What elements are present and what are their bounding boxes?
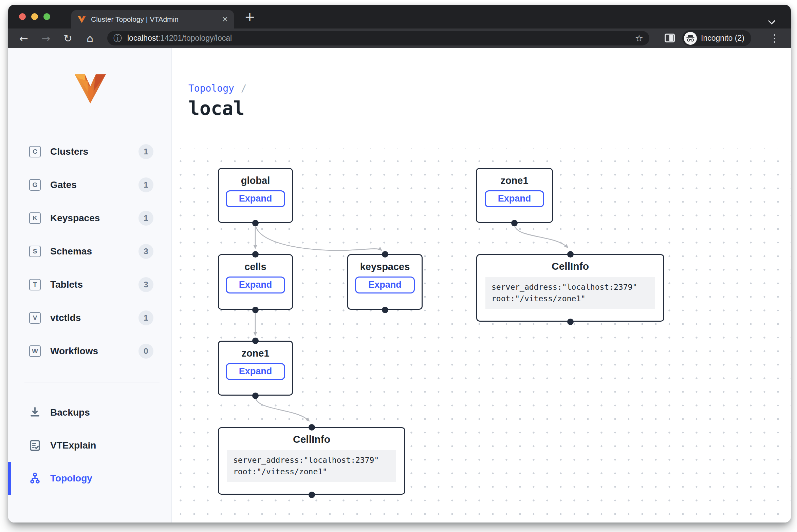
- minimize-window-button[interactable]: [31, 13, 38, 20]
- browser-window: Cluster Topology | VTAdmin × + ← → ↻ ⌂ ⓘ…: [8, 5, 791, 522]
- url-text: localhost:14201/topology/local: [127, 34, 232, 43]
- node-title: keyspaces: [348, 261, 422, 272]
- sidebar-item-tablets[interactable]: T Tablets 3: [8, 268, 171, 301]
- topology-node-global[interactable]: global Expand: [218, 168, 293, 223]
- page-info-icon[interactable]: ⓘ: [113, 33, 122, 44]
- incognito-avatar: [684, 32, 697, 45]
- sidebar-item-workflows[interactable]: W Workflows 0: [8, 335, 171, 368]
- keyspaces-letter-icon: K: [29, 212, 41, 224]
- url-bar[interactable]: ⓘ localhost:14201/topology/local ☆: [107, 31, 649, 45]
- port-dot: [567, 251, 574, 258]
- node-title: zone1: [477, 175, 552, 186]
- browser-menu-icon[interactable]: ⋮: [768, 28, 781, 48]
- breadcrumb-separator: /: [241, 83, 247, 94]
- bookmark-star-icon[interactable]: ☆: [635, 33, 643, 43]
- zoom-window-button[interactable]: [43, 13, 50, 20]
- port-dot: [252, 393, 259, 399]
- sidebar-item-clusters[interactable]: C Clusters 1: [8, 135, 171, 168]
- topology-node-cells[interactable]: cells Expand: [218, 254, 293, 310]
- back-button[interactable]: ←: [16, 28, 31, 48]
- sidebar-item-label: Tablets: [50, 279, 83, 290]
- workflows-letter-icon: W: [29, 345, 41, 357]
- topology-icon: [29, 472, 41, 485]
- sidebar-item-label: Keyspaces: [50, 213, 100, 224]
- count-badge: 1: [138, 310, 153, 325]
- chevron-down-icon[interactable]: [768, 18, 775, 24]
- incognito-badge[interactable]: Incognito (2): [682, 30, 751, 46]
- port-dot: [382, 307, 388, 313]
- topology-node-keyspaces[interactable]: keyspaces Expand: [347, 254, 423, 310]
- vtctlds-letter-icon: V: [29, 312, 41, 324]
- tablets-letter-icon: T: [29, 279, 41, 290]
- sidebar-item-vtctlds[interactable]: V vtctlds 1: [8, 301, 171, 335]
- count-badge: 1: [138, 211, 153, 226]
- topology-node-zone1-top[interactable]: zone1 Expand: [476, 168, 553, 223]
- code-line: root:"/vitess/zone1": [233, 466, 390, 477]
- sidebar-item-backups[interactable]: Backups: [8, 396, 171, 429]
- sidebar-item-label: VTExplain: [50, 440, 96, 451]
- main-panel: Topology/ local: [171, 48, 791, 522]
- expand-button[interactable]: Expand: [226, 190, 285, 207]
- port-dot: [511, 220, 518, 226]
- topology-node-cellinfo-bottom[interactable]: CellInfo server_address:"localhost:2379"…: [218, 427, 405, 495]
- sidebar-item-label: vtctlds: [50, 312, 81, 323]
- code-line: server_address:"localhost:2379": [233, 454, 390, 466]
- vitess-favicon: [77, 15, 86, 23]
- active-item-indicator: [8, 462, 11, 495]
- sidebar-item-label: Clusters: [50, 146, 88, 157]
- sidebar-item-gates[interactable]: G Gates 1: [8, 168, 171, 202]
- node-title: global: [219, 175, 292, 186]
- tab-title: Cluster Topology | VTAdmin: [91, 15, 219, 23]
- count-badge: 1: [138, 144, 153, 159]
- count-badge: 3: [138, 277, 153, 292]
- sidebar-item-topology[interactable]: Topology: [8, 462, 171, 495]
- port-dot: [309, 424, 315, 431]
- sidebar-item-label: Workflows: [50, 346, 98, 357]
- sidebar-item-label: Topology: [50, 473, 92, 484]
- schemas-letter-icon: S: [29, 246, 41, 257]
- cellinfo-code: server_address:"localhost:2379"root:"/vi…: [485, 277, 655, 309]
- document-check-icon: [29, 439, 41, 452]
- page-content: C Clusters 1 G Gates 1 K Keyspaces 1 S S…: [8, 48, 791, 522]
- sidebar-divider: [24, 382, 160, 382]
- port-dot: [252, 251, 259, 258]
- sidebar: C Clusters 1 G Gates 1 K Keyspaces 1 S S…: [8, 48, 172, 522]
- cellinfo-code: server_address:"localhost:2379"root:"/vi…: [227, 450, 396, 482]
- sidebar-item-vtexplain[interactable]: VTExplain: [8, 429, 171, 462]
- node-title: CellInfo: [219, 434, 404, 445]
- url-path: :14201/topology/local: [158, 34, 232, 42]
- expand-button[interactable]: Expand: [226, 363, 285, 380]
- topology-node-cellinfo-right[interactable]: CellInfo server_address:"localhost:2379"…: [476, 254, 664, 322]
- close-window-button[interactable]: [19, 13, 26, 20]
- port-dot: [567, 319, 574, 325]
- count-badge: 3: [138, 244, 153, 259]
- expand-button[interactable]: Expand: [355, 277, 415, 293]
- port-dot: [252, 220, 259, 226]
- incognito-label: Incognito (2): [701, 34, 744, 43]
- breadcrumb-topology-link[interactable]: Topology: [188, 83, 234, 94]
- home-button[interactable]: ⌂: [82, 28, 97, 48]
- code-line: server_address:"localhost:2379": [492, 281, 649, 293]
- sidebar-item-keyspaces[interactable]: K Keyspaces 1: [8, 202, 171, 235]
- incognito-icon: [686, 35, 695, 42]
- node-title: cells: [219, 261, 292, 272]
- sidebar-item-schemas[interactable]: S Schemas 3: [8, 235, 171, 268]
- port-dot: [382, 251, 388, 258]
- browser-toolbar: ← → ↻ ⌂ ⓘ localhost:14201/topology/local…: [8, 28, 791, 48]
- expand-button[interactable]: Expand: [226, 277, 285, 293]
- tab-strip: Cluster Topology | VTAdmin × +: [8, 5, 791, 28]
- new-tab-button[interactable]: +: [242, 10, 257, 24]
- topology-node-zone1-lower[interactable]: zone1 Expand: [218, 341, 293, 396]
- port-dot: [309, 492, 315, 498]
- browser-tab[interactable]: Cluster Topology | VTAdmin ×: [71, 10, 234, 28]
- node-title: zone1: [219, 348, 292, 359]
- tab-close-icon[interactable]: ×: [222, 15, 228, 24]
- forward-button[interactable]: →: [38, 28, 53, 48]
- page-title: local: [188, 97, 245, 119]
- expand-button[interactable]: Expand: [485, 190, 544, 207]
- reload-button[interactable]: ↻: [60, 28, 75, 48]
- sidebar-item-label: Backups: [50, 407, 90, 418]
- code-line: root:"/vitess/zone1": [492, 293, 649, 304]
- download-icon: [29, 406, 41, 419]
- side-panel-icon[interactable]: [665, 34, 675, 42]
